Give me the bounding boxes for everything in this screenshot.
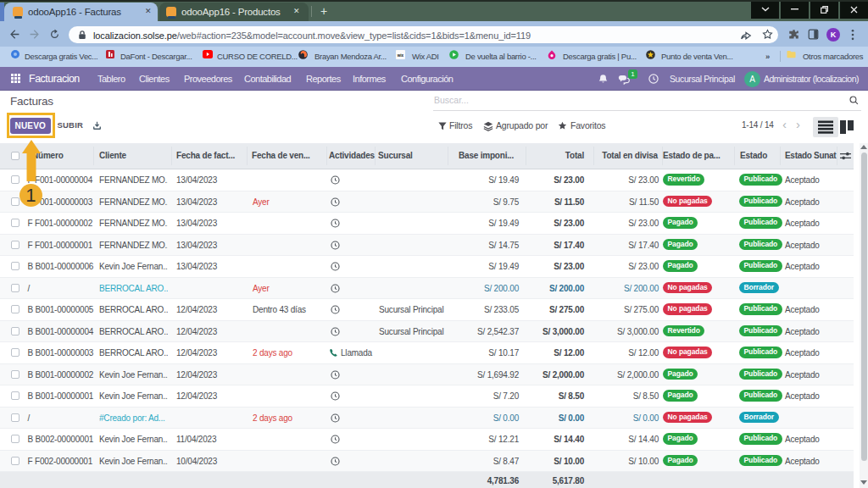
- svg-text:wix: wix: [397, 53, 404, 58]
